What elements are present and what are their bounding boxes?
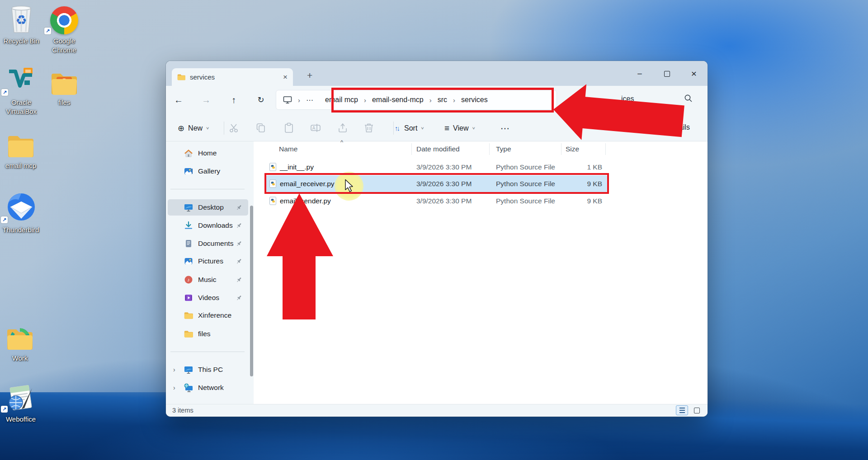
chevron-down-icon: ˅ [421, 126, 424, 131]
column-header-name[interactable]: Name [279, 145, 297, 153]
paste-icon[interactable] [283, 122, 294, 133]
annotation-selected-file-red-box [264, 173, 609, 194]
svg-text:A: A [312, 126, 316, 131]
column-separator[interactable] [605, 143, 606, 155]
shortcut-arrow-icon: ↗ [1, 406, 8, 413]
thumbnail-view-toggle[interactable] [691, 405, 703, 415]
sidebar-item-gallery[interactable]: Gallery [168, 163, 248, 179]
sidebar-item-pictures[interactable]: Pictures [168, 253, 248, 269]
desktop-icon-weboffice[interactable]: ↗ Weboffice [0, 381, 43, 424]
sidebar-item-videos[interactable]: Videos [168, 290, 248, 306]
desktop-icon-thunderbird[interactable]: ↗ Thunderbird [0, 192, 43, 235]
sidebar-item-downloads[interactable]: Downloads [168, 217, 248, 234]
pin-icon [235, 276, 243, 284]
refresh-button[interactable]: ↻ [252, 92, 269, 108]
tab-close-icon[interactable]: × [283, 73, 288, 81]
sidebar-item-home[interactable]: Home [168, 145, 248, 161]
copy-icon[interactable] [256, 122, 267, 133]
shortcut-arrow-icon: ↗ [44, 28, 51, 34]
new-button[interactable]: ⊕ New ˅ [174, 120, 213, 136]
column-header-date-modified[interactable]: Date modified [416, 145, 460, 153]
column-separator[interactable] [489, 143, 490, 155]
status-bar: 3 items [166, 404, 708, 417]
up-button[interactable]: ↑ [225, 92, 242, 108]
sidebar-item-documents[interactable]: Documents [168, 235, 248, 252]
sidebar-scrollbar[interactable] [250, 206, 253, 376]
minimize-button[interactable]: – [629, 66, 650, 81]
column-header-type[interactable]: Type [496, 145, 511, 153]
chevron-expand-icon[interactable]: › [173, 384, 175, 391]
sidebar-separator [170, 352, 245, 352]
new-tab-button[interactable]: + [307, 70, 312, 81]
file-type: Python Source File [496, 192, 555, 209]
chevron-right-icon: › [298, 96, 300, 104]
back-button[interactable]: ← [170, 92, 187, 108]
maximize-icon [664, 71, 670, 77]
desktop-icon [184, 203, 193, 212]
desktop-icon-label: files [42, 98, 87, 107]
column-separator[interactable] [411, 143, 412, 155]
documents-icon [184, 239, 193, 248]
folder-icon [0, 320, 42, 352]
desktop-icon-label: email mcp [0, 161, 43, 170]
gallery-icon [184, 167, 193, 176]
file-date-modified: 3/9/2026 3:30 PM [416, 192, 472, 209]
pin-icon [235, 258, 243, 265]
list-view-icon [679, 408, 685, 413]
folder-icon [0, 127, 43, 159]
delete-icon[interactable] [363, 122, 374, 133]
desktop-icon-label: Work [0, 354, 42, 363]
pin-icon [235, 240, 243, 248]
desktop-icon-files[interactable]: files [42, 64, 87, 107]
close-button[interactable]: × [684, 66, 704, 81]
pin-icon [235, 294, 243, 302]
details-view-toggle[interactable] [676, 405, 688, 415]
pictures-icon [184, 257, 193, 266]
annotation-breadcrumb-red-box [331, 88, 554, 113]
desktop-icon-email-mcp[interactable]: email mcp [0, 127, 43, 170]
sidebar-item-files[interactable]: files [168, 326, 248, 342]
music-icon: ♪ [184, 275, 193, 284]
sidebar-item-desktop[interactable]: Desktop [168, 199, 248, 216]
desktop-icon-label: Google Chrome [42, 37, 87, 54]
sidebar-item-this-pc[interactable]: › This PC [168, 361, 248, 378]
virtualbox-icon: ↗ [0, 64, 44, 96]
sort-arrows-icon: ↑↓ [395, 124, 399, 132]
sort-ascending-caret: ^ [340, 139, 343, 146]
sidebar-item-music[interactable]: ♪ Music [168, 272, 248, 288]
see-more-button[interactable]: ⋯ [496, 120, 514, 136]
videos-icon [184, 293, 193, 302]
column-separator[interactable] [561, 143, 561, 155]
weboffice-icon: ↗ [0, 381, 43, 413]
pin-icon [235, 204, 243, 211]
chrome-icon: ↗ [42, 3, 87, 34]
folder-icon [42, 64, 87, 96]
toolbar-divider [224, 122, 224, 135]
desktop-icon-label: Oracle VirtualBox [0, 98, 44, 116]
breadcrumb-overflow[interactable]: ⋯ [306, 96, 314, 104]
shortcut-arrow-icon: ↗ [1, 216, 8, 223]
desktop-icon-google-chrome[interactable]: ↗ Google Chrome [42, 3, 87, 54]
large-icons-view-icon [694, 408, 700, 413]
column-header-size[interactable]: Size [566, 145, 579, 153]
tab-services[interactable]: services × [172, 68, 293, 86]
maximize-button[interactable] [656, 66, 677, 81]
desktop-icon-work[interactable]: Work [0, 320, 42, 363]
chevron-expand-icon[interactable]: › [173, 366, 175, 373]
share-icon[interactable] [337, 122, 348, 133]
desktop-icon-recycle-bin[interactable]: ♻ Recycle Bin [0, 3, 44, 46]
sort-button[interactable]: ↑↓ Sort ˅ [391, 120, 428, 136]
sidebar-item-xinference[interactable]: Xinference [168, 307, 248, 324]
chevron-down-icon: ˅ [472, 126, 475, 131]
file-size: 9 KB [573, 192, 602, 209]
cut-icon[interactable] [229, 122, 240, 133]
view-lines-icon: ≡ [444, 123, 449, 133]
pin-icon [235, 222, 243, 230]
recycle-bin-icon: ♻ [0, 3, 44, 34]
forward-button[interactable]: → [198, 92, 215, 108]
sidebar-item-network[interactable]: › Network [168, 380, 248, 396]
view-button[interactable]: ≡ View ˅ [441, 120, 479, 136]
desktop-icon-oracle-virtualbox[interactable]: ↗ Oracle VirtualBox [0, 64, 44, 116]
desktop-icon-label: Thunderbird [0, 225, 43, 235]
rename-icon[interactable]: A [310, 122, 321, 133]
